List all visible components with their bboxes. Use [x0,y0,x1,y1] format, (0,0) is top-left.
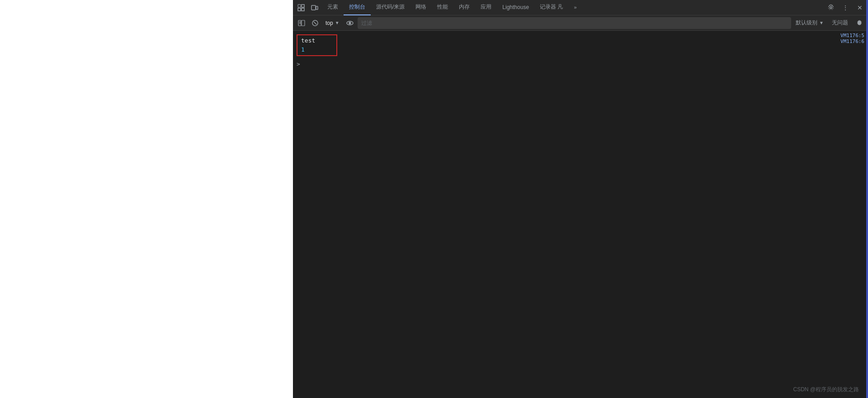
console-output: test 1 VM1176:5 VM1176:6 > [293,31,868,398]
console-log-text: test [301,36,333,45]
console-log-block: test 1 [297,34,337,56]
console-log-value: 1 [301,45,333,54]
svg-point-14 [349,22,351,24]
device-toolbar-icon[interactable] [308,1,321,14]
devtools-panel: 元素 控制台 源代码/来源 网络 性能 内存 应用 Lighthouse 记录器… [293,0,868,398]
log-level-selector[interactable]: 默认级别 ▼ [793,18,826,28]
svg-rect-6 [298,20,301,26]
console-prompt-symbol: > [297,61,300,67]
live-expression-button[interactable] [344,17,356,29]
console-settings-icon[interactable] [854,17,865,29]
svg-line-12 [314,22,316,24]
tab-performance[interactable]: 性能 [432,0,453,15]
log-level-label: 默认级别 [796,19,817,27]
source-link-1[interactable]: VM1176:5 [840,33,864,38]
watermark: CSDN @程序员的脱发之路 [793,386,859,393]
tab-memory[interactable]: 内存 [453,0,475,15]
context-label: top [326,20,333,26]
no-issues-label: 无问题 [832,19,848,27]
element-picker-icon[interactable] [295,1,307,14]
tab-elements[interactable]: 元素 [322,0,344,15]
tab-console[interactable]: 控制台 [344,0,371,15]
svg-rect-1 [302,5,304,7]
more-options-button[interactable]: ⋮ [839,1,852,14]
console-source-links: VM1176:5 VM1176:6 [837,32,868,45]
context-dropdown-arrow: ▼ [335,20,340,25]
tab-lighthouse[interactable]: Lighthouse [497,0,534,15]
devtools-tab-bar: 元素 控制台 源代码/来源 网络 性能 内存 应用 Lighthouse 记录器… [293,0,868,15]
svg-rect-7 [302,20,305,26]
context-selector[interactable]: top ▼ [323,18,342,28]
svg-rect-4 [311,5,316,10]
console-prompt-line[interactable]: > [293,60,868,68]
sidebar-toggle-button[interactable] [296,17,307,29]
svg-rect-0 [298,5,301,7]
svg-rect-2 [298,8,301,11]
no-issues-button[interactable]: 无问题 [828,18,852,28]
console-toolbar: top ▼ 默认级别 ▼ 无问题 [293,15,868,31]
svg-rect-5 [316,6,318,9]
tab-more[interactable]: » [568,0,582,15]
close-devtools-button[interactable]: ✕ [854,1,866,14]
log-level-arrow: ▼ [819,20,824,25]
svg-rect-3 [302,8,304,11]
tab-network[interactable]: 网络 [410,0,432,15]
browser-content-area [0,0,293,398]
tab-recorder[interactable]: 记录器 凡 [534,0,568,15]
source-link-2[interactable]: VM1176:6 [840,38,864,44]
filter-input[interactable] [361,20,788,26]
filter-input-wrapper [358,17,792,29]
clear-console-button[interactable] [309,17,321,29]
devtools-right-icons: ⋮ ✕ [825,1,866,14]
tab-sources[interactable]: 源代码/来源 [371,0,410,15]
resize-handle[interactable] [866,0,868,398]
settings-button[interactable] [825,1,837,14]
tab-application[interactable]: 应用 [475,0,497,15]
